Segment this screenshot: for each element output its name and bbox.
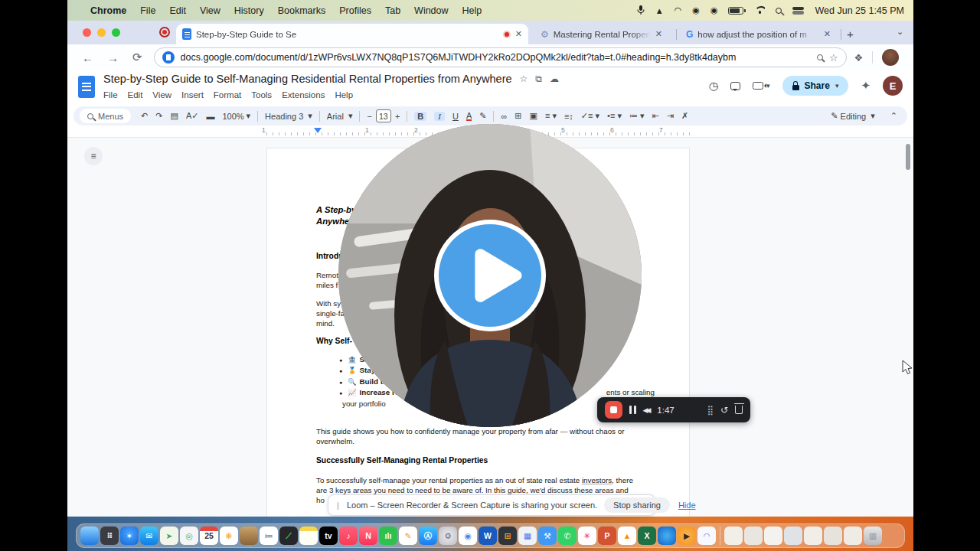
bulleted-list-button[interactable]: •≡ ▾ [607,111,622,121]
zoom-page-icon[interactable] [817,54,823,60]
dock-app-icon[interactable]: ◉ [459,527,477,545]
dock-app-icon[interactable]: P [598,527,616,545]
dock-app-icon[interactable]: ≔ [260,527,278,545]
undo-button[interactable]: ↶ [141,111,148,121]
menubar-item[interactable]: History [234,5,264,16]
insert-link-button[interactable]: ∞ [501,112,507,121]
rewind-icon[interactable]: ◀◀ [643,406,649,414]
extensions-icon[interactable]: ❖ [854,52,864,64]
video-play-button[interactable] [434,220,546,331]
arc-menubar-icon[interactable]: ◠ [675,5,682,15]
forward-button[interactable]: → [107,51,119,64]
menubar-app-name[interactable]: Chrome [90,5,126,16]
underline-button[interactable]: U [452,112,459,121]
collapse-toolbar-icon[interactable]: ⌃ [890,111,897,121]
dock-app-icon[interactable]: ◎ [180,527,198,545]
move-folder-icon[interactable]: ⧉ [535,73,542,84]
tab-docs[interactable]: Step-by-Step Guide to Se ✕ [176,24,528,44]
print-button[interactable]: ▤ [170,111,178,121]
gemini-sparkle-icon[interactable]: ✦ [861,79,871,93]
paint-format-button[interactable]: ▬ [206,112,214,121]
dock-app-icon[interactable] [658,527,676,545]
tab-mastering-rental[interactable]: ⚙ Mastering Rental Property M ✕ [534,24,668,44]
browser-profile-avatar[interactable] [882,49,899,66]
editing-mode-select[interactable]: ✎ Editing ▾ [831,111,874,121]
docs-menu-item[interactable]: Extensions [282,90,325,99]
vlc-menubar-icon[interactable]: ▲ [655,6,664,15]
decrease-indent-button[interactable]: ⇤ [652,111,659,121]
align-button[interactable]: ≡ ▾ [545,111,557,121]
dock-app-icon[interactable]: Ⓐ [419,527,437,545]
menubar-clock[interactable]: Wed Jun 25 1:45 PM [815,5,904,16]
dock-app-icon[interactable]: ▶ [678,527,696,545]
star-document-icon[interactable]: ☆ [520,73,528,84]
tab-google-search[interactable]: G how adjust the position of m ✕ [680,24,837,44]
control-center-icon[interactable] [792,7,804,15]
delete-recording-icon[interactable] [735,406,743,414]
comments-icon[interactable] [730,82,740,90]
dock-app-icon[interactable]: ⠿ [100,527,119,545]
refresh-button[interactable]: ⟳ [132,51,142,64]
bookmark-star-icon[interactable]: ☆ [829,52,838,64]
play-circle-menubar-icon[interactable]: ◉ [710,5,718,15]
dock-app-icon[interactable]: ▲ [618,527,636,545]
restart-recording-icon[interactable]: ↺ [720,405,728,416]
docs-menu-item[interactable]: View [152,90,172,99]
dock-app-icon[interactable]: ılı [379,527,397,545]
dock-app-icon[interactable]: ⚒ [538,527,557,545]
numbered-list-button[interactable]: ≔ ▾ [629,111,645,121]
minimize-window-button[interactable] [97,28,106,37]
docs-menu-item[interactable]: Edit [128,90,143,99]
tab-search-chevron-icon[interactable]: ⌄ [897,27,903,37]
menubar-item[interactable]: Help [462,5,482,16]
docs-menu-item[interactable]: Help [335,90,353,99]
spotlight-icon[interactable] [776,8,782,14]
banner-drag-handle[interactable]: ∥ [336,501,340,510]
menubar-item[interactable]: Window [414,5,448,16]
menubar-item[interactable]: View [200,5,220,16]
font-size-input[interactable]: 13 [376,109,391,122]
hide-banner-link[interactable]: Hide [678,500,696,510]
menubar-item[interactable]: File [140,5,155,16]
dock-app-icon[interactable]: ▦ [518,527,537,545]
dock-window-icon[interactable] [724,527,743,545]
dock-app-icon[interactable]: N [359,527,377,545]
dock-app-icon[interactable]: ✶ [120,527,139,545]
menubar-item[interactable]: Edit [169,5,186,16]
wifi-icon[interactable] [754,6,765,15]
dock-app-icon[interactable]: ⚙ [439,527,457,545]
account-avatar[interactable]: E [883,76,903,96]
dock-app-icon[interactable]: ♪ [339,527,358,545]
url-text[interactable]: docs.google.com/document/d/1zWPr6vsLWX7N… [181,52,811,63]
back-button[interactable]: ← [82,51,93,64]
dock-app-icon[interactable]: ➤ [160,527,178,545]
menubar-item[interactable]: Profiles [339,5,371,16]
share-dropdown-icon[interactable]: ▾ [835,82,839,90]
dock-window-icon[interactable]: ▥ [864,527,882,545]
dock-app-icon[interactable]: ✳ [578,527,596,545]
menubar-item[interactable]: Bookmarks [278,5,326,16]
recording-indicator-icon[interactable] [159,27,170,37]
camera-bubble-menubar-icon[interactable]: ◉ [692,5,700,15]
version-history-icon[interactable]: ◷ [709,80,718,92]
dock-app-icon[interactable] [80,527,99,545]
fullscreen-window-button[interactable] [112,28,120,37]
dock-window-icon[interactable] [764,527,782,545]
zoom-select[interactable]: 100% ▾ [222,111,250,121]
dock-app-icon[interactable] [299,527,318,545]
paragraph-style-select[interactable]: Heading 3 ▾ [265,111,312,121]
tab-close-icon[interactable]: ✕ [824,29,831,39]
add-comment-button[interactable]: ⊞ [514,111,521,121]
menus-search-button[interactable]: Menus [80,109,131,123]
new-tab-button[interactable]: + [847,28,854,41]
docs-menu-item[interactable]: Tools [251,90,272,99]
redo-button[interactable]: ↷ [155,111,162,121]
increase-font-button[interactable]: + [395,112,400,121]
line-spacing-button[interactable]: ≡↕ [564,112,573,121]
scrollbar-thumb[interactable] [906,144,910,170]
spellcheck-button[interactable]: A✓ [186,111,199,121]
dock-window-icon[interactable] [824,527,842,545]
dock-window-icon[interactable] [844,527,862,545]
increase-indent-button[interactable]: ⇥ [667,111,674,121]
docs-menu-item[interactable]: Format [214,90,241,99]
